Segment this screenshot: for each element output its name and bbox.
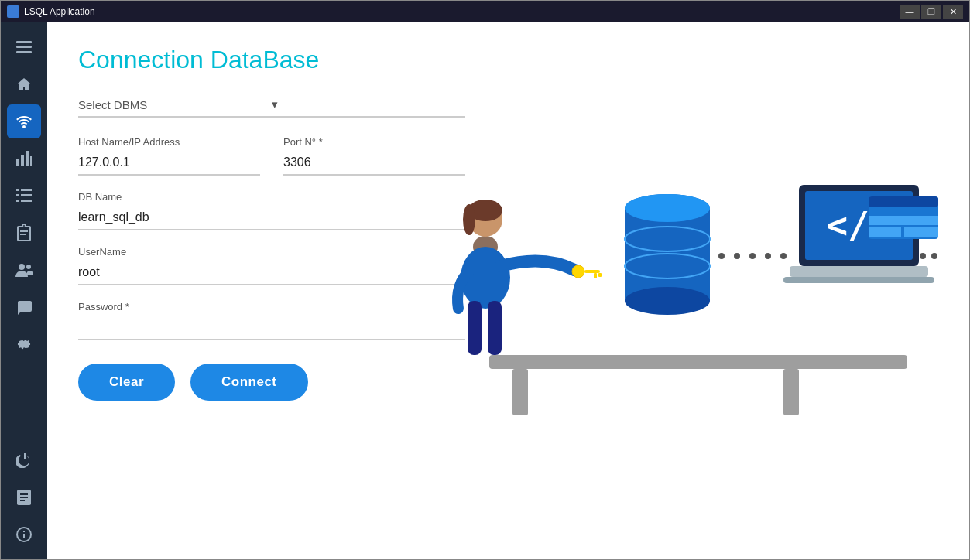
svg-rect-4 — [21, 155, 24, 166]
power-icon — [16, 452, 32, 468]
username-field-group: UserName — [78, 246, 465, 285]
svg-point-14 — [26, 265, 31, 269]
sidebar-item-connection[interactable] — [7, 104, 41, 138]
svg-rect-31 — [598, 273, 602, 277]
sidebar-item-users[interactable] — [7, 253, 41, 287]
sidebar-item-clipboard[interactable] — [7, 216, 41, 250]
illustration: </> — [412, 69, 954, 456]
svg-rect-56 — [904, 227, 938, 237]
svg-rect-54 — [869, 216, 938, 225]
sidebar-item-list[interactable] — [7, 179, 41, 213]
svg-rect-57 — [869, 196, 938, 207]
username-label: UserName — [78, 246, 465, 258]
action-buttons: Clear Connect — [78, 364, 465, 401]
svg-rect-47 — [783, 277, 934, 283]
sidebar-item-home[interactable] — [7, 67, 41, 101]
window-controls: — ❐ ✕ — [900, 5, 963, 19]
sidebar-item-menu[interactable] — [7, 30, 41, 64]
svg-rect-16 — [23, 534, 25, 538]
users-icon — [15, 263, 33, 277]
svg-point-39 — [734, 253, 740, 259]
window-title: LSQL Application — [24, 6, 95, 17]
sidebar — [1, 22, 47, 559]
menu-icon — [16, 41, 32, 53]
svg-rect-30 — [594, 273, 597, 278]
dbname-label: DB Name — [78, 191, 465, 203]
host-input[interactable] — [78, 151, 260, 176]
sidebar-item-settings[interactable] — [7, 327, 41, 361]
title-bar: LSQL Application — ❐ ✕ — [1, 1, 969, 22]
close-button[interactable]: ✕ — [943, 5, 963, 19]
svg-rect-5 — [26, 151, 29, 166]
sidebar-item-power[interactable] — [7, 443, 41, 477]
svg-rect-29 — [584, 270, 600, 273]
dbms-select[interactable]: Select DBMS ▾ — [78, 97, 465, 118]
svg-point-41 — [765, 253, 771, 259]
svg-point-37 — [625, 194, 710, 222]
restore-button[interactable]: ❐ — [921, 5, 941, 19]
connection-form: Select DBMS ▾ Host Name/IP Address Port … — [78, 97, 465, 401]
svg-rect-18 — [489, 355, 907, 369]
svg-rect-3 — [16, 159, 19, 166]
svg-rect-12 — [21, 200, 32, 202]
wifi-icon — [15, 114, 33, 128]
connect-button[interactable]: Connect — [190, 364, 308, 401]
svg-rect-26 — [468, 301, 482, 355]
clipboard-icon — [17, 224, 31, 241]
svg-rect-6 — [30, 156, 32, 166]
info-icon — [16, 527, 32, 542]
svg-point-42 — [780, 253, 787, 259]
password-input[interactable] — [78, 316, 465, 340]
dbname-field-group: DB Name — [78, 191, 465, 230]
svg-point-40 — [749, 253, 756, 259]
svg-point-28 — [572, 265, 584, 278]
svg-rect-8 — [21, 189, 32, 191]
home-icon — [16, 77, 32, 92]
svg-point-38 — [718, 253, 725, 259]
analytics-icon — [16, 151, 32, 166]
gear-icon — [16, 336, 32, 352]
svg-rect-46 — [790, 266, 928, 277]
svg-point-13 — [19, 264, 25, 270]
host-port-row: Host Name/IP Address Port N° * — [78, 136, 465, 191]
username-input[interactable] — [78, 261, 465, 285]
report-icon — [17, 490, 31, 505]
host-field-group: Host Name/IP Address — [78, 136, 260, 176]
svg-point-48 — [920, 253, 926, 259]
svg-rect-19 — [512, 369, 528, 415]
svg-rect-1 — [16, 46, 32, 49]
svg-point-49 — [931, 253, 937, 259]
password-label: Password * — [78, 301, 465, 312]
svg-rect-17 — [23, 531, 25, 532]
app-icon — [7, 5, 19, 18]
svg-rect-20 — [783, 369, 799, 415]
svg-rect-55 — [869, 227, 901, 237]
svg-point-24 — [463, 204, 475, 235]
list-icon — [16, 189, 32, 203]
svg-rect-27 — [488, 301, 502, 355]
svg-rect-0 — [16, 41, 32, 43]
password-field-group: Password * — [78, 301, 465, 340]
sidebar-item-info[interactable] — [7, 517, 41, 551]
dbms-select-label: Select DBMS — [78, 98, 272, 111]
svg-point-34 — [625, 287, 710, 315]
svg-rect-7 — [16, 189, 19, 191]
sidebar-item-report[interactable] — [7, 480, 41, 514]
svg-rect-11 — [16, 200, 19, 202]
sidebar-item-analytics[interactable] — [7, 142, 41, 176]
minimize-button[interactable]: — — [900, 5, 920, 19]
clear-button[interactable]: Clear — [78, 364, 175, 401]
svg-rect-2 — [16, 51, 32, 53]
chat-icon — [16, 299, 32, 315]
dbname-input[interactable] — [78, 206, 465, 230]
svg-rect-9 — [16, 194, 19, 196]
sidebar-item-chat[interactable] — [7, 290, 41, 324]
svg-rect-10 — [21, 194, 32, 196]
host-label: Host Name/IP Address — [78, 136, 260, 148]
